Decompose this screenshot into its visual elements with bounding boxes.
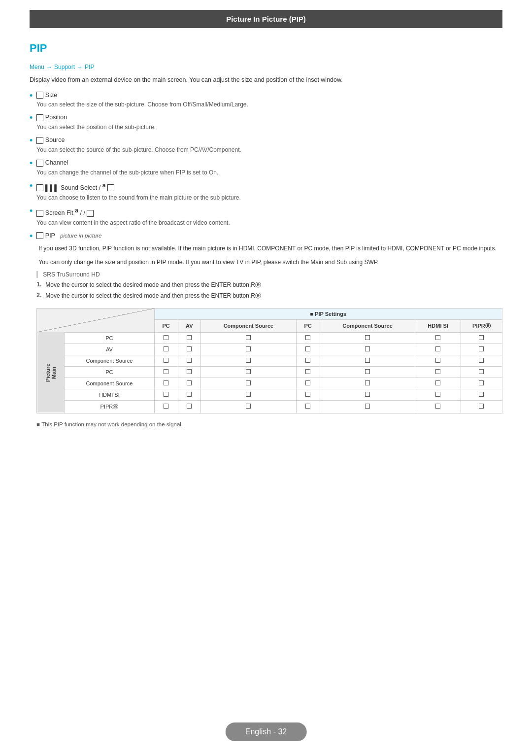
cell-icon bbox=[479, 380, 484, 385]
page-number: English - 32 bbox=[245, 727, 287, 736]
table-row: AV bbox=[37, 344, 502, 355]
pip-icon-box bbox=[36, 232, 43, 239]
cell-icon bbox=[305, 380, 310, 385]
page-title: PIP bbox=[30, 42, 502, 55]
sound-slash1: / bbox=[99, 184, 102, 191]
cell-icon bbox=[246, 335, 251, 340]
pip-table: ■ PIP Settings PC AV Component Source PC… bbox=[36, 308, 502, 413]
cell-0-1 bbox=[178, 332, 201, 344]
bullet-item-screenfit: • Screen Fit a / / You can view content … bbox=[30, 207, 502, 227]
col-header-0: PC bbox=[154, 319, 178, 332]
cell-icon bbox=[187, 335, 192, 340]
table-main-header: ■ PIP Settings bbox=[154, 308, 502, 319]
cell-icon bbox=[246, 369, 251, 374]
bullet-item-channel: • Channel You can change the channel of … bbox=[30, 159, 502, 177]
bullet-item-sound: • ▌▌▌ Sound Select / a You can choose to… bbox=[30, 182, 502, 202]
note-text-2: You can only change the size and positio… bbox=[36, 258, 502, 267]
cell-icon bbox=[435, 369, 440, 374]
table-section: ■ PIP Settings PC AV Component Source PC… bbox=[36, 308, 502, 413]
numbered-text-1: Move the cursor to select the desired mo… bbox=[45, 281, 261, 289]
bullet-dot-pip: • bbox=[30, 231, 33, 241]
num-2: 2. bbox=[36, 292, 41, 300]
cell-icon bbox=[365, 369, 370, 374]
cell-icon bbox=[187, 346, 192, 351]
cell-icon bbox=[187, 404, 192, 409]
cell-icon bbox=[187, 392, 192, 397]
channel-desc: You can change the channel of the sub-pi… bbox=[36, 168, 502, 177]
screenfit-icon-box2 bbox=[87, 210, 94, 217]
cell-icon bbox=[365, 358, 370, 363]
cell-icon bbox=[305, 392, 310, 397]
sound-label-prefix: Sound Select bbox=[61, 184, 97, 191]
col-header-1: AV bbox=[178, 319, 201, 332]
bullet-item-pip: • PIP picture in picture If you used 3D … bbox=[30, 232, 502, 434]
sound-desc: You can choose to listen to the sound fr… bbox=[36, 193, 502, 202]
cell-icon bbox=[246, 392, 251, 397]
header-title: Picture In Picture (PIP) bbox=[226, 15, 306, 23]
row-label-6: PIPRⓔ bbox=[65, 400, 154, 413]
cell-0-5 bbox=[415, 332, 461, 344]
cell-0-6 bbox=[461, 332, 502, 344]
screenfit-icon-box bbox=[36, 210, 43, 217]
cell-icon bbox=[164, 404, 168, 409]
col-header-2: Component Source bbox=[201, 319, 297, 332]
bullet-dot-source: • bbox=[30, 136, 33, 146]
table-row: Component Source bbox=[37, 355, 502, 366]
num-1: 1. bbox=[36, 281, 41, 289]
breadcrumb-arrow2: → bbox=[77, 64, 83, 70]
bullet-content-channel: Channel You can change the channel of th… bbox=[36, 159, 502, 177]
row-label-2: Component Source bbox=[65, 355, 154, 366]
table-row: HDMI SI bbox=[37, 389, 502, 400]
bullet-dot-position: • bbox=[30, 113, 33, 123]
breadcrumb: Menu → Support → PIP bbox=[30, 64, 502, 70]
row-label-3: PC bbox=[65, 366, 154, 378]
cell-icon bbox=[365, 346, 370, 351]
cell-icon bbox=[435, 392, 440, 397]
sound-icon-box bbox=[36, 184, 43, 191]
breadcrumb-part2: Support bbox=[54, 64, 75, 70]
cell-icon bbox=[164, 392, 168, 397]
table-row: Component Source bbox=[37, 378, 502, 389]
row-label-5: HDMI SI bbox=[65, 389, 154, 400]
cell-icon bbox=[435, 335, 440, 340]
bullet-item-size: • Size You can select the size of the su… bbox=[30, 92, 502, 109]
bullet-label-sound: ▌▌▌ Sound Select / a bbox=[36, 182, 502, 192]
bullet-label-channel: Channel bbox=[36, 159, 502, 167]
col-header-5: HDMI SI bbox=[415, 319, 461, 332]
position-label-text: Position bbox=[45, 114, 67, 121]
cell-icon bbox=[479, 392, 484, 397]
cell-icon bbox=[365, 404, 370, 409]
bullet-content-sound: ▌▌▌ Sound Select / a You can choose to l… bbox=[36, 182, 502, 202]
cell-0-2 bbox=[201, 332, 297, 344]
bullet-dot-channel: • bbox=[30, 158, 33, 169]
bullet-section: • Size You can select the size of the su… bbox=[30, 92, 502, 434]
cell-icon bbox=[164, 369, 168, 374]
cell-0-3 bbox=[296, 332, 320, 344]
numbered-item-1: 1. Move the cursor to select the desired… bbox=[36, 281, 502, 289]
header-bar: Picture In Picture (PIP) bbox=[30, 10, 502, 28]
breadcrumb-arrow1: → bbox=[46, 64, 52, 70]
cell-icon bbox=[246, 358, 251, 363]
channel-label-text: Channel bbox=[45, 159, 68, 166]
cell-icon bbox=[305, 404, 310, 409]
bullet-content-position: Position You can select the position of … bbox=[36, 114, 502, 132]
bullet-label-screenfit: Screen Fit a / / bbox=[36, 207, 502, 217]
note-para-2: You can only change the size and positio… bbox=[38, 259, 378, 266]
bullet-item-position: • Position You can select the position o… bbox=[30, 114, 502, 132]
cell-icon bbox=[479, 358, 484, 363]
cell-icon bbox=[164, 380, 168, 385]
cell-0-4 bbox=[320, 332, 415, 344]
cell-icon bbox=[479, 369, 484, 374]
bullet-content-size: Size You can select the size of the sub-… bbox=[36, 92, 502, 109]
intro-text: Display video from an external device on… bbox=[30, 75, 502, 85]
position-desc: You can select the position of the sub-p… bbox=[36, 123, 502, 132]
cell-icon bbox=[246, 404, 251, 409]
cell-icon bbox=[479, 335, 484, 340]
row-label-1: AV bbox=[65, 344, 154, 355]
bullet-content-pip: PIP picture in picture If you used 3D fu… bbox=[36, 232, 502, 434]
source-label-text: Source bbox=[45, 137, 65, 143]
sound-icon-letter: a bbox=[102, 182, 106, 189]
sound-icon-box2 bbox=[107, 184, 114, 191]
cell-0-0 bbox=[154, 332, 178, 344]
position-icon-box bbox=[36, 114, 43, 121]
